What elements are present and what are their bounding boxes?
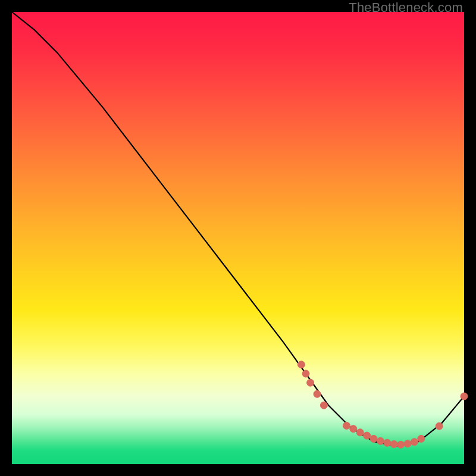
data-marker — [320, 402, 327, 409]
data-marker — [343, 422, 350, 429]
data-marker — [404, 440, 411, 447]
data-marker — [307, 379, 314, 386]
data-marker — [302, 370, 309, 377]
data-marker — [411, 439, 418, 446]
chart-frame: TheBottleneck.com — [0, 0, 476, 476]
curve-markers — [298, 361, 468, 449]
data-marker — [350, 425, 357, 433]
data-marker — [377, 437, 384, 444]
data-marker — [314, 390, 321, 397]
data-marker — [418, 435, 425, 442]
data-marker — [390, 441, 397, 448]
data-marker — [298, 361, 305, 368]
data-marker — [384, 439, 391, 446]
data-marker — [397, 441, 405, 448]
data-marker — [370, 435, 377, 442]
bottleneck-curve — [12, 12, 464, 446]
data-marker — [436, 422, 443, 430]
data-marker — [364, 432, 371, 439]
chart-overlay — [12, 12, 464, 464]
data-marker — [461, 393, 468, 400]
data-marker — [356, 429, 364, 436]
